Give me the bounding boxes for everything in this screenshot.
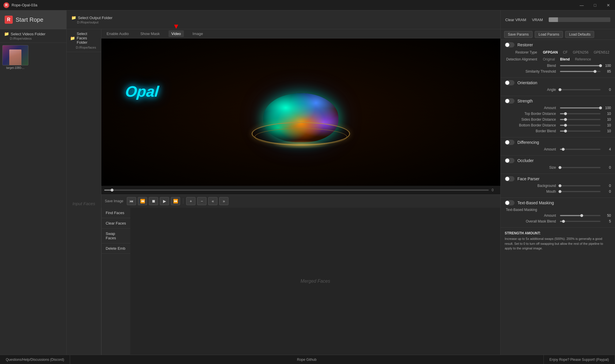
left-sidebar: R Start Rope 📁 Select Videos Folder D:/R… <box>0 10 67 355</box>
alignment-reference[interactable]: Reference <box>573 57 593 62</box>
window-title: Rope-Opal-03a <box>12 3 37 7</box>
clear-vram-button[interactable]: Clear VRAM <box>505 18 526 22</box>
right-panel: Clear VRAM VRAM Save Params Load Params … <box>501 10 615 355</box>
save-params-button[interactable]: Save Params <box>504 31 532 38</box>
center-panel: 📁 Select Output Folder D:/Rope/output 📁 … <box>67 10 501 355</box>
face-actions-panel: Find Faces Clear Faces Swap Faces Delete… <box>101 208 130 355</box>
restorer-type-cf[interactable]: CF <box>561 50 569 55</box>
vram-bar-fill <box>549 17 558 22</box>
strength-toggle[interactable] <box>505 98 515 104</box>
scrubber-bar[interactable] <box>104 190 489 191</box>
face-parser-section: Face Parser Background 0 Mouth 0 <box>501 174 615 198</box>
sides-border-label: Sides Border Distance <box>505 117 558 122</box>
face-parser-toggle-knob <box>505 177 509 181</box>
tab-image[interactable]: Image <box>190 30 206 37</box>
restorer-section: Restorer Restorer Type GFPGAN CF GPEN256… <box>501 40 615 78</box>
angle-row: Angle 0 <box>505 88 611 92</box>
maximize-button[interactable]: □ <box>588 0 602 10</box>
strength-amount-slider[interactable] <box>560 107 601 109</box>
next-section-button[interactable]: ⏩ <box>171 197 180 205</box>
select-output-folder-button[interactable]: 📁 Select Output Folder D:/Rope/output <box>71 15 496 24</box>
stop-button[interactable]: ⏹ <box>149 197 158 205</box>
orientation-header: Orientation <box>505 80 611 85</box>
blend-slider[interactable] <box>560 65 601 66</box>
blend-slider-fill <box>560 65 601 66</box>
differencing-amount-slider[interactable] <box>560 149 601 150</box>
bottom-border-slider[interactable] <box>560 125 601 126</box>
restorer-type-gpen512[interactable]: GPEN512 <box>592 50 611 55</box>
video-thumbnail[interactable]: target-1080-... <box>2 45 28 69</box>
find-faces-button[interactable]: Find Faces <box>102 208 130 218</box>
minimize-button[interactable]: — <box>575 0 588 10</box>
occluder-size-slider[interactable] <box>560 167 601 168</box>
load-defaults-button[interactable]: Load Defaults <box>565 31 594 38</box>
restorer-toggle[interactable] <box>505 42 515 47</box>
top-border-handle <box>564 112 567 115</box>
mouth-row: Mouth 0 <box>505 190 611 194</box>
background-slider[interactable] <box>560 185 601 186</box>
select-videos-folder-button[interactable]: 📁 Select Videos Folder D:/Rope/videos <box>0 29 66 43</box>
strength-header: Strength <box>505 98 611 104</box>
delete-emb-button[interactable]: Delete Emb <box>102 243 130 254</box>
blend-value: 100 <box>602 64 611 68</box>
start-rope-button[interactable]: R Start Rope <box>0 10 66 29</box>
differencing-toggle[interactable] <box>505 140 515 145</box>
tab-show-mask[interactable]: Show Mask <box>138 30 163 37</box>
paypal-link[interactable]: Enjoy Rope? Please Support! (Paypal) <box>544 355 615 364</box>
play-button[interactable]: ▶ <box>160 197 169 205</box>
border-blend-handle <box>564 130 567 133</box>
prev-section-button[interactable]: ⏪ <box>138 197 147 205</box>
text-masking-toggle[interactable] <box>505 200 515 205</box>
similarity-label: Similarity Threshold <box>505 69 558 73</box>
differencing-section: Differencing Amount 4 <box>501 137 615 156</box>
scrubber-time: 0 <box>492 188 497 192</box>
select-faces-folder-button[interactable]: 📁 Select Faces Folder D:/Rope/faces <box>67 29 101 52</box>
text-masking-amount-row: Amount 50 <box>505 214 611 218</box>
save-image-label: Save Image <box>105 199 123 203</box>
tab-video[interactable]: Video <box>169 30 184 37</box>
clear-faces-button[interactable]: Clear Faces <box>102 218 130 229</box>
strength-amount-handle <box>599 106 602 109</box>
detection-alignment-label: Detection Alignment <box>505 57 539 61</box>
next-frame-button[interactable]: » <box>219 197 228 205</box>
load-params-button[interactable]: Load Params <box>535 31 563 38</box>
github-link[interactable]: Rope Github <box>70 355 543 364</box>
close-button[interactable]: ✕ <box>602 0 615 10</box>
overall-blend-value: 5 <box>602 219 611 223</box>
strength-amount-value: 100 <box>602 106 611 110</box>
tab-enable-audio[interactable]: Enable Audio <box>104 30 132 37</box>
gem-scene: Opal <box>101 38 500 186</box>
discord-link[interactable]: Questions/Help/Discussions (Discord) <box>0 355 70 364</box>
sides-border-slider[interactable] <box>560 119 601 120</box>
orientation-toggle[interactable] <box>505 80 515 85</box>
angle-slider[interactable] <box>560 89 601 90</box>
first-frame-button[interactable]: ⏮ <box>127 197 136 205</box>
mouth-slider[interactable] <box>560 191 601 192</box>
occluder-size-value: 0 <box>602 166 611 170</box>
restorer-toggle-knob <box>505 43 509 47</box>
text-masking-amount-slider[interactable] <box>560 215 601 216</box>
restorer-type-gpen256[interactable]: GPEN256 <box>571 50 590 55</box>
zoom-in-button[interactable]: + <box>186 197 195 205</box>
background-row: Background 0 <box>505 184 611 188</box>
alignment-original[interactable]: Original <box>541 57 557 62</box>
window-controls: — □ ✕ <box>575 0 615 10</box>
restorer-type-gfpgan[interactable]: GFPGAN <box>541 50 559 55</box>
faces-folder-path: D:/Rope/faces <box>70 46 96 49</box>
mouth-handle <box>559 190 561 193</box>
zoom-out-button[interactable]: − <box>197 197 206 205</box>
overall-blend-slider[interactable] <box>560 221 601 222</box>
similarity-value: 85 <box>602 69 611 73</box>
occluder-toggle[interactable] <box>505 158 515 163</box>
similarity-slider[interactable] <box>560 71 601 72</box>
swap-faces-button[interactable]: Swap Faces <box>102 229 130 243</box>
occluder-section: Occluder Size 0 <box>501 156 615 174</box>
controls-divider <box>183 198 183 204</box>
prev-frame-button[interactable]: « <box>208 197 217 205</box>
border-blend-slider[interactable] <box>560 130 601 132</box>
face-parser-toggle[interactable] <box>505 176 515 181</box>
occluder-size-label: Size <box>505 166 558 170</box>
alignment-blend[interactable]: Blend <box>558 57 571 62</box>
top-border-slider[interactable] <box>560 113 601 114</box>
bottom-border-fill <box>560 125 564 126</box>
